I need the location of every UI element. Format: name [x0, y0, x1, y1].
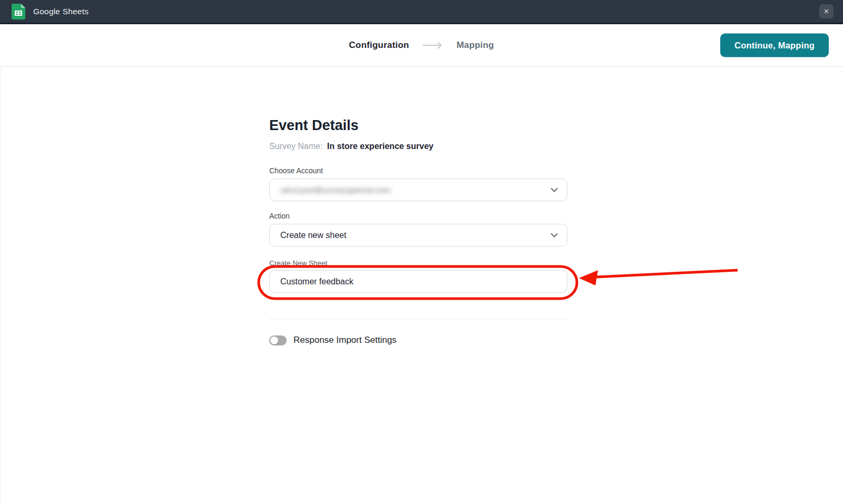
close-button[interactable]: ✕ [819, 4, 834, 18]
action-select-value: Create new sheet [280, 231, 346, 240]
close-icon: ✕ [824, 4, 829, 18]
arrow-right-icon [423, 42, 443, 49]
sheet-name-input[interactable] [269, 270, 567, 293]
google-sheets-icon [12, 4, 25, 19]
survey-name-value: In store experience survey [327, 142, 434, 151]
step-mapping[interactable]: Mapping [456, 40, 494, 51]
survey-name-line: Survey Name: In store experience survey [269, 141, 567, 152]
chevron-down-icon [551, 187, 558, 192]
survey-name-label: Survey Name: [269, 142, 322, 151]
app-title: Google Sheets [33, 7, 89, 16]
account-select[interactable]: rahul.jose@surveysparrow.com [269, 179, 567, 201]
account-select-value: rahul.jose@surveysparrow.com [280, 185, 390, 194]
event-details-form: Event Details Survey Name: In store expe… [269, 117, 567, 345]
response-import-row: Response Import Settings [269, 335, 567, 345]
chevron-down-icon [551, 233, 558, 238]
step-configuration[interactable]: Configuration [349, 40, 409, 51]
action-select[interactable]: Create new sheet [269, 224, 567, 246]
choose-account-label: Choose Account [269, 166, 567, 175]
integration-modal: Google Sheets ✕ Configuration Mapping Co… [0, 0, 843, 504]
page-title: Event Details [269, 117, 567, 134]
continue-button[interactable]: Continue, Mapping [720, 34, 829, 57]
content-area: Event Details Survey Name: In store expe… [0, 68, 843, 504]
wizard-header: Configuration Mapping Continue, Mapping [0, 24, 843, 67]
create-new-sheet-label: Create New Sheet [269, 259, 567, 267]
response-import-label: Response Import Settings [293, 335, 397, 345]
divider [269, 319, 567, 319]
toggle-knob [270, 337, 278, 344]
stepper: Configuration Mapping [349, 40, 494, 51]
titlebar: Google Sheets ✕ [0, 0, 843, 24]
action-label: Action [269, 212, 567, 220]
response-import-toggle[interactable] [269, 335, 287, 345]
